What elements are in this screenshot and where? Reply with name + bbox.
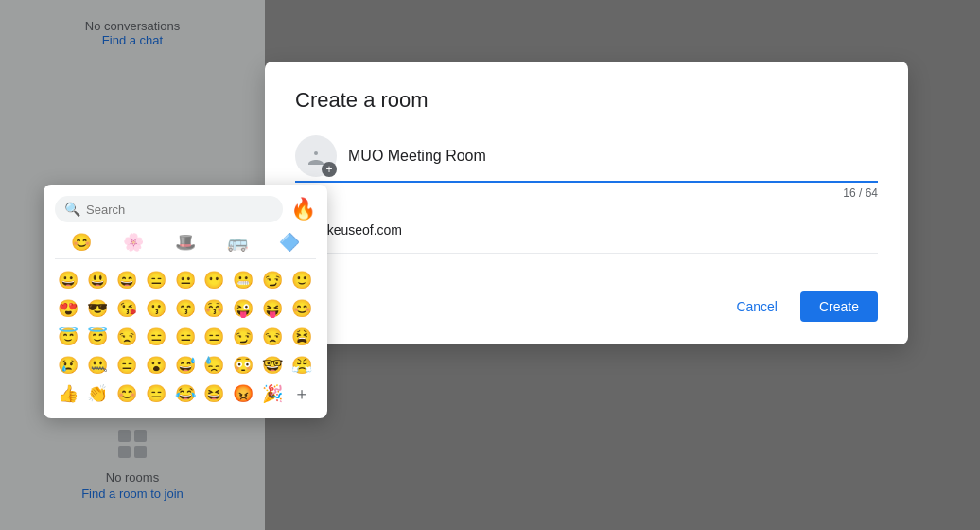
emoji-cell[interactable]: 😚: [201, 295, 227, 322]
emoji-cell[interactable]: 😑: [201, 324, 227, 350]
emoji-search-input[interactable]: [86, 203, 273, 217]
emoji-cell[interactable]: 😙: [172, 295, 199, 322]
emoji-cell[interactable]: 😇: [55, 324, 81, 350]
cancel-button[interactable]: Cancel: [721, 292, 793, 322]
emoji-grid: 😀 😃 😄 😑 😐 😶 😬 😏 🙂 😍 😎 😘 😗 😙 😚 😜 😝 😊 😇 😇 …: [55, 267, 316, 407]
invite-input[interactable]: [295, 215, 878, 245]
category-objects[interactable]: 🎩: [175, 232, 196, 253]
category-travel[interactable]: 🚌: [227, 232, 248, 253]
room-name-row: +: [295, 135, 878, 183]
emoji-cell[interactable]: 👏: [84, 380, 111, 407]
emoji-cell[interactable]: 😘: [114, 295, 140, 322]
emoji-cell[interactable]: 😓: [201, 352, 227, 379]
emoji-cell[interactable]: 😤: [289, 352, 315, 379]
emoji-cell[interactable]: 😑: [143, 324, 169, 350]
emoji-cell[interactable]: 😡: [230, 380, 256, 407]
emoji-cell[interactable]: 😮: [143, 352, 169, 379]
emoji-cell[interactable]: 🎉: [259, 380, 286, 407]
emoji-cell[interactable]: 😊: [114, 380, 140, 407]
emoji-cell[interactable]: 🤓: [259, 352, 286, 379]
avatar-plus-icon[interactable]: +: [322, 162, 337, 177]
invite-row: [295, 215, 878, 254]
emoji-cell[interactable]: 😒: [259, 324, 286, 350]
emoji-cell[interactable]: 🙂: [289, 267, 315, 293]
char-count: 16 / 64: [295, 186, 878, 200]
emoji-categories: 😊 🌸 🎩 🚌 🔷: [55, 232, 316, 259]
emoji-cell[interactable]: 😜: [230, 295, 256, 322]
emoji-cell[interactable]: 👍: [55, 380, 81, 407]
emoji-cell[interactable]: 😃: [84, 267, 111, 293]
emoji-cell[interactable]: 😍: [55, 295, 81, 322]
emoji-search-wrap: 🔍: [55, 196, 283, 222]
emoji-cell[interactable]: 😢: [55, 352, 81, 379]
emoji-cell[interactable]: 😅: [172, 352, 199, 379]
category-smileys[interactable]: 😊: [71, 232, 92, 253]
emoji-cell[interactable]: 😑: [114, 352, 140, 379]
emoji-cell[interactable]: 😊: [289, 295, 315, 322]
modal-actions: Cancel Create: [295, 292, 878, 322]
emoji-cell[interactable]: 😇: [84, 324, 111, 350]
create-button[interactable]: Create: [800, 292, 878, 322]
search-icon: 🔍: [64, 202, 80, 217]
emoji-cell[interactable]: 😀: [55, 267, 81, 293]
emoji-cell[interactable]: 😐: [172, 267, 199, 293]
emoji-cell[interactable]: 🤐: [84, 352, 111, 379]
room-avatar[interactable]: +: [295, 135, 337, 177]
emoji-cell[interactable]: 😫: [289, 324, 315, 350]
emoji-cell[interactable]: 😝: [259, 295, 286, 322]
emoji-cell[interactable]: 😎: [84, 295, 111, 322]
emoji-cell[interactable]: 😆: [201, 380, 227, 407]
modal-title: Create a room: [295, 88, 878, 113]
emoji-cell[interactable]: 😑: [172, 324, 199, 350]
emoji-cell[interactable]: 😬: [230, 267, 256, 293]
emoji-picker: 🔍 🔥 😊 🌸 🎩 🚌 🔷 😀 😃 😄 😑 😐 😶 😬 😏 🙂 😍 😎 😘 😗 …: [44, 185, 327, 418]
emoji-cell[interactable]: 😏: [230, 324, 256, 350]
emoji-search-row: 🔍 🔥: [55, 196, 316, 222]
emoji-cell[interactable]: 😏: [259, 267, 286, 293]
emoji-cell[interactable]: 😂: [172, 380, 199, 407]
emoji-cell[interactable]: 😗: [143, 295, 169, 322]
room-name-input[interactable]: [348, 148, 878, 165]
category-nature[interactable]: 🌸: [123, 232, 144, 253]
category-symbols[interactable]: 🔷: [279, 232, 300, 253]
emoji-cell[interactable]: 😄: [114, 267, 140, 293]
emoji-cell[interactable]: 😑: [143, 380, 169, 407]
emoji-cell[interactable]: 😳: [230, 352, 256, 379]
emoji-cell[interactable]: 😒: [114, 324, 140, 350]
emoji-more-button[interactable]: ＋: [289, 380, 315, 407]
fire-emoji[interactable]: 🔥: [290, 197, 316, 221]
emoji-cell[interactable]: 😶: [201, 267, 227, 293]
emoji-cell[interactable]: 😑: [143, 267, 169, 293]
create-room-modal: Create a room + 16 / 64 Cancel Create: [265, 62, 908, 344]
